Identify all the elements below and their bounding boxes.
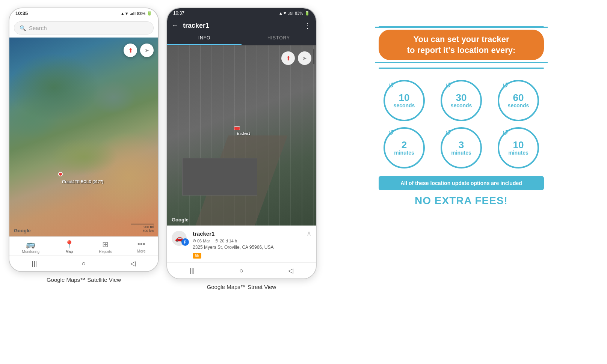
banner-text: All of these location update options are… (400, 180, 522, 186)
tracker-label2: tracker1 (237, 132, 250, 135)
phone2-caption: Google Maps™ Street View (166, 284, 317, 290)
nav-monitoring[interactable]: 🚌 Monitoring (22, 240, 39, 254)
phone2-header: ← tracker1 ⋮ (167, 18, 316, 32)
timer-icon: ⏱ (214, 239, 219, 243)
time-number-3: 60 (513, 93, 524, 102)
map-scale: 200 mi 500 km (131, 224, 154, 233)
time-unit-1: seconds (394, 102, 415, 108)
info-panel: You can set your tracker to report it's … (324, 8, 598, 222)
nav-reports[interactable]: ⊞ Reports (99, 240, 112, 254)
tracker-details: tracker1 ∧ ⊙ 06 Mar ⏱ 20 d 14 h (193, 229, 311, 259)
arrow-icon-6: ↺ (502, 128, 509, 137)
android-back2[interactable]: ||| (190, 267, 195, 275)
compass-needle: ⬆ (286, 55, 291, 62)
tracker-name: tracker1 (193, 230, 214, 237)
android-back[interactable]: ||| (32, 260, 37, 268)
time-circle-1: ↺ 10 seconds (384, 80, 425, 121)
android-recent[interactable]: ◁ (130, 259, 136, 268)
arrow-icon-5: ↺ (445, 128, 451, 137)
tracker-info-panel: 🚗 P tracker1 ∧ ⊙ 06 Mar (167, 226, 316, 262)
android-recent2[interactable]: ◁ (288, 266, 293, 275)
arrow-icon-2: ↺ (445, 81, 451, 90)
circle-10sec: ↺ 10 seconds (379, 80, 430, 121)
phone2-frame: 10:37 ▲▼ .all 83% 🔋 ← tracker1 ⋮ INFO HI… (166, 8, 317, 279)
search-input-container[interactable]: 🔍 Search (14, 21, 154, 35)
location-button2[interactable]: ➤ (298, 51, 311, 65)
circles-grid: ↺ 10 seconds ↺ 30 seconds ↺ (379, 80, 544, 168)
time-unit-6: minutes (508, 150, 528, 156)
circle-60sec: ↺ 60 seconds (493, 80, 544, 121)
tab-info[interactable]: INFO (167, 32, 242, 45)
map-icon: 📍 (65, 240, 74, 249)
search-icon: 🔍 (20, 25, 26, 31)
android-home2[interactable]: ○ (240, 267, 244, 275)
headline-badge: You can set your tracker to report it's … (379, 30, 544, 60)
phone1-status-icons: ▲▼ .all 83% 🔋 (121, 11, 152, 16)
phone2-time: 10:37 (173, 11, 184, 16)
phone1-frame: 10:35 ▲▼ .all 83% 🔋 🔍 Search ⬆ (9, 8, 159, 272)
expand-icon[interactable]: ∧ (307, 229, 311, 238)
headline-line1: You can set your tracker (413, 35, 509, 44)
time-circle-5: ↺ 3 minutes (441, 127, 482, 168)
headline-text: You can set your tracker to report it's … (389, 34, 533, 56)
android-home[interactable]: ○ (82, 260, 86, 268)
phone1-map[interactable]: ⬆ ➤ iTrack1TE BOLD (0177) Google 200 mi … (9, 38, 158, 236)
arrow-icon-3: ↺ (502, 81, 509, 90)
nav-more[interactable]: ••• More (137, 240, 146, 254)
tab-history[interactable]: HISTORY (242, 32, 316, 45)
phone1-status-bar: 10:35 ▲▼ .all 83% 🔋 (9, 8, 158, 18)
time-number-6: 10 (513, 140, 524, 150)
search-placeholder: Search (29, 25, 47, 31)
phone2-tabs: INFO HISTORY (167, 32, 316, 45)
phone2-map[interactable]: ⬆ ➤ tracker1 Google (167, 45, 316, 226)
phone1-wrapper: 10:35 ▲▼ .all 83% 🔋 🔍 Search ⬆ (9, 8, 159, 283)
badge-line-bottom (379, 68, 544, 69)
nav-map[interactable]: 📍 Map (65, 240, 74, 254)
scale-500km: 500 km (131, 229, 154, 233)
tracker-address: 2325 Myers St, Oroville, CA 95966, USA (193, 245, 311, 250)
time-number-1: 10 (399, 93, 410, 102)
phone1-android-nav: ||| ○ ◁ (9, 255, 158, 271)
back-button[interactable]: ← (172, 22, 178, 30)
battery-icon2: 🔋 (305, 11, 310, 16)
circle-2min: ↺ 2 minutes (379, 127, 430, 168)
location-button[interactable]: ➤ (140, 44, 154, 57)
no-extra-fees: NO EXTRA FEES! (379, 195, 544, 207)
compass-icon[interactable]: ⬆ (124, 44, 137, 57)
phone2-status-icons: ▲▼ .all 83% 🔋 (279, 11, 310, 16)
phone1-caption: Google Maps™ Satellite View (9, 277, 159, 283)
signal-icon2: ▲▼ .all (279, 11, 293, 15)
time-badge: 5h (193, 253, 201, 259)
headline-wrapper: You can set your tracker to report it's … (379, 26, 544, 69)
more-menu-button[interactable]: ⋮ (304, 21, 311, 30)
building-overlay (182, 158, 257, 196)
tracker-name-row: tracker1 ∧ (193, 229, 311, 238)
time-number-4: 2 (402, 140, 407, 150)
time-circle-3: ↺ 60 seconds (498, 80, 539, 121)
location-icon: ➤ (145, 47, 149, 53)
page-container: 10:35 ▲▼ .all 83% 🔋 🔍 Search ⬆ (9, 8, 598, 290)
google-logo: Google (14, 228, 31, 233)
tracker-label: iTrack1TE BOLD (0177) (62, 180, 103, 184)
phone1-time: 10:35 (15, 11, 28, 16)
arrow-icon-1: ↺ (388, 81, 394, 90)
reports-label: Reports (99, 250, 112, 254)
no-fees-banner: All of these location update options are… (379, 176, 544, 190)
headline-line2: to report it's location every: (407, 45, 516, 55)
circle-3min: ↺ 3 minutes (436, 127, 487, 168)
battery-level: 83% (137, 11, 145, 16)
compass-icon2[interactable]: ⬆ (281, 51, 295, 65)
more-icon: ••• (137, 240, 145, 248)
tracker-p-badge: P (181, 238, 189, 246)
phone1-search-bar: 🔍 Search (9, 18, 158, 38)
google-logo2: Google (172, 217, 189, 223)
time-unit-2: seconds (451, 102, 472, 108)
time-circle-4: ↺ 2 minutes (384, 127, 425, 168)
time-number-2: 30 (456, 93, 467, 102)
info-graphic: You can set your tracker to report it's … (371, 15, 551, 214)
battery-icon: 🔋 (147, 11, 152, 16)
circle-10min: ↺ 10 minutes (493, 127, 544, 168)
tracker-avatar-group: 🚗 P (172, 229, 189, 246)
scale-line (131, 224, 154, 224)
scroll-handle[interactable] (313, 49, 314, 64)
